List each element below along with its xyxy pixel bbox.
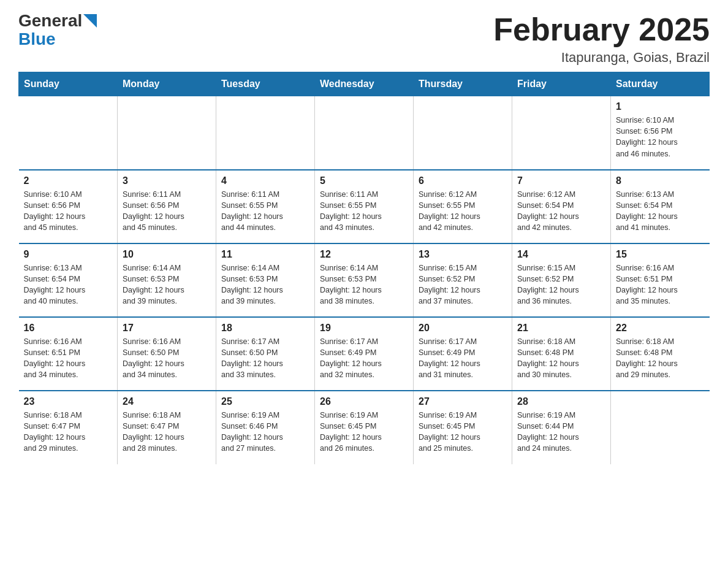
day-number: 17 (123, 323, 211, 334)
day-info: Sunrise: 6:14 AMSunset: 6:53 PMDaylight:… (123, 262, 211, 307)
calendar-header-row: Sunday Monday Tuesday Wednesday Thursday… (19, 72, 710, 96)
day-info: Sunrise: 6:17 AMSunset: 6:50 PMDaylight:… (221, 336, 309, 381)
day-info: Sunrise: 6:17 AMSunset: 6:49 PMDaylight:… (419, 336, 507, 381)
day-cell-w0-d1 (118, 96, 216, 170)
day-cell-w1-d5: 7Sunrise: 6:12 AMSunset: 6:54 PMDaylight… (512, 170, 611, 243)
day-cell-w1-d3: 5Sunrise: 6:11 AMSunset: 6:55 PMDaylight… (315, 170, 414, 243)
day-cell-w0-d5 (512, 96, 611, 170)
day-info: Sunrise: 6:14 AMSunset: 6:53 PMDaylight:… (221, 262, 309, 307)
day-cell-w0-d0 (19, 96, 118, 170)
day-cell-w0-d3 (315, 96, 414, 170)
day-info: Sunrise: 6:13 AMSunset: 6:54 PMDaylight:… (616, 189, 705, 234)
day-number: 18 (221, 323, 309, 334)
day-cell-w3-d2: 18Sunrise: 6:17 AMSunset: 6:50 PMDayligh… (216, 317, 315, 391)
day-cell-w4-d0: 23Sunrise: 6:18 AMSunset: 6:47 PMDayligh… (19, 391, 118, 464)
day-number: 24 (123, 396, 211, 407)
logo-general: General (18, 12, 82, 29)
day-number: 12 (320, 249, 408, 260)
header-sunday: Sunday (19, 72, 118, 96)
day-info: Sunrise: 6:18 AMSunset: 6:48 PMDaylight:… (616, 336, 705, 381)
day-number: 15 (616, 249, 705, 260)
day-cell-w1-d0: 2Sunrise: 6:10 AMSunset: 6:56 PMDaylight… (19, 170, 118, 243)
day-number: 6 (419, 175, 507, 186)
header-wednesday: Wednesday (315, 72, 414, 96)
day-number: 10 (123, 249, 211, 260)
day-info: Sunrise: 6:10 AMSunset: 6:56 PMDaylight:… (24, 189, 113, 234)
day-cell-w4-d1: 24Sunrise: 6:18 AMSunset: 6:47 PMDayligh… (118, 391, 216, 464)
day-info: Sunrise: 6:11 AMSunset: 6:55 PMDaylight:… (221, 189, 309, 234)
day-number: 8 (616, 175, 705, 186)
day-number: 26 (320, 396, 408, 407)
day-cell-w1-d1: 3Sunrise: 6:11 AMSunset: 6:56 PMDaylight… (118, 170, 216, 243)
day-number: 3 (123, 175, 211, 186)
day-cell-w0-d4 (414, 96, 512, 170)
day-cell-w4-d5: 28Sunrise: 6:19 AMSunset: 6:44 PMDayligh… (512, 391, 611, 464)
day-cell-w0-d2 (216, 96, 315, 170)
day-number: 19 (320, 323, 408, 334)
day-info: Sunrise: 6:19 AMSunset: 6:44 PMDaylight:… (517, 410, 605, 454)
day-info: Sunrise: 6:16 AMSunset: 6:51 PMDaylight:… (24, 336, 113, 381)
day-number: 2 (24, 175, 113, 186)
day-number: 25 (221, 396, 309, 407)
day-cell-w3-d0: 16Sunrise: 6:16 AMSunset: 6:51 PMDayligh… (19, 317, 118, 391)
day-number: 28 (517, 396, 605, 407)
day-number: 16 (24, 323, 113, 334)
day-info: Sunrise: 6:13 AMSunset: 6:54 PMDaylight:… (24, 262, 113, 307)
day-info: Sunrise: 6:18 AMSunset: 6:47 PMDaylight:… (123, 410, 211, 454)
day-info: Sunrise: 6:14 AMSunset: 6:53 PMDaylight:… (320, 262, 408, 307)
header-saturday: Saturday (611, 72, 710, 96)
calendar-table: Sunday Monday Tuesday Wednesday Thursday… (18, 72, 710, 464)
day-cell-w3-d3: 19Sunrise: 6:17 AMSunset: 6:49 PMDayligh… (315, 317, 414, 391)
day-info: Sunrise: 6:12 AMSunset: 6:54 PMDaylight:… (517, 189, 605, 234)
day-number: 22 (616, 323, 705, 334)
logo-arrow-icon (83, 14, 97, 28)
week-row-1: 2Sunrise: 6:10 AMSunset: 6:56 PMDaylight… (19, 170, 710, 243)
day-info: Sunrise: 6:16 AMSunset: 6:50 PMDaylight:… (123, 336, 211, 381)
day-number: 23 (24, 396, 113, 407)
day-number: 20 (419, 323, 507, 334)
title-area: February 2025 Itapuranga, Goias, Brazil (493, 12, 710, 66)
logo: General Blue (18, 12, 97, 49)
day-info: Sunrise: 6:19 AMSunset: 6:45 PMDaylight:… (320, 410, 408, 454)
svg-marker-0 (83, 14, 97, 28)
day-cell-w2-d0: 9Sunrise: 6:13 AMSunset: 6:54 PMDaylight… (19, 243, 118, 317)
day-cell-w2-d6: 15Sunrise: 6:16 AMSunset: 6:51 PMDayligh… (611, 243, 710, 317)
day-cell-w4-d3: 26Sunrise: 6:19 AMSunset: 6:45 PMDayligh… (315, 391, 414, 464)
day-number: 13 (419, 249, 507, 260)
day-info: Sunrise: 6:18 AMSunset: 6:47 PMDaylight:… (24, 410, 113, 454)
day-cell-w4-d4: 27Sunrise: 6:19 AMSunset: 6:45 PMDayligh… (414, 391, 512, 464)
day-info: Sunrise: 6:10 AMSunset: 6:56 PMDaylight:… (616, 115, 705, 159)
day-cell-w2-d1: 10Sunrise: 6:14 AMSunset: 6:53 PMDayligh… (118, 243, 216, 317)
header-monday: Monday (118, 72, 216, 96)
day-info: Sunrise: 6:12 AMSunset: 6:55 PMDaylight:… (419, 189, 507, 234)
day-info: Sunrise: 6:16 AMSunset: 6:51 PMDaylight:… (616, 262, 705, 307)
day-info: Sunrise: 6:15 AMSunset: 6:52 PMDaylight:… (517, 262, 605, 307)
logo-blue: Blue (18, 29, 56, 49)
day-cell-w3-d6: 22Sunrise: 6:18 AMSunset: 6:48 PMDayligh… (611, 317, 710, 391)
day-number: 9 (24, 249, 113, 260)
calendar-subtitle: Itapuranga, Goias, Brazil (493, 50, 710, 66)
day-number: 14 (517, 249, 605, 260)
day-info: Sunrise: 6:11 AMSunset: 6:56 PMDaylight:… (123, 189, 211, 234)
header-thursday: Thursday (414, 72, 512, 96)
day-number: 27 (419, 396, 507, 407)
day-cell-w0-d6: 1Sunrise: 6:10 AMSunset: 6:56 PMDaylight… (611, 96, 710, 170)
week-row-4: 23Sunrise: 6:18 AMSunset: 6:47 PMDayligh… (19, 391, 710, 464)
day-info: Sunrise: 6:19 AMSunset: 6:46 PMDaylight:… (221, 410, 309, 454)
day-cell-w1-d2: 4Sunrise: 6:11 AMSunset: 6:55 PMDaylight… (216, 170, 315, 243)
day-cell-w1-d6: 8Sunrise: 6:13 AMSunset: 6:54 PMDaylight… (611, 170, 710, 243)
day-cell-w1-d4: 6Sunrise: 6:12 AMSunset: 6:55 PMDaylight… (414, 170, 512, 243)
day-cell-w2-d3: 12Sunrise: 6:14 AMSunset: 6:53 PMDayligh… (315, 243, 414, 317)
day-cell-w2-d2: 11Sunrise: 6:14 AMSunset: 6:53 PMDayligh… (216, 243, 315, 317)
day-info: Sunrise: 6:15 AMSunset: 6:52 PMDaylight:… (419, 262, 507, 307)
day-number: 7 (517, 175, 605, 186)
day-info: Sunrise: 6:17 AMSunset: 6:49 PMDaylight:… (320, 336, 408, 381)
week-row-2: 9Sunrise: 6:13 AMSunset: 6:54 PMDaylight… (19, 243, 710, 317)
page-header: General Blue February 2025 Itapuranga, G… (18, 12, 710, 66)
day-info: Sunrise: 6:11 AMSunset: 6:55 PMDaylight:… (320, 189, 408, 234)
day-info: Sunrise: 6:18 AMSunset: 6:48 PMDaylight:… (517, 336, 605, 381)
day-cell-w2-d4: 13Sunrise: 6:15 AMSunset: 6:52 PMDayligh… (414, 243, 512, 317)
day-cell-w3-d5: 21Sunrise: 6:18 AMSunset: 6:48 PMDayligh… (512, 317, 611, 391)
day-number: 4 (221, 175, 309, 186)
day-cell-w4-d2: 25Sunrise: 6:19 AMSunset: 6:46 PMDayligh… (216, 391, 315, 464)
